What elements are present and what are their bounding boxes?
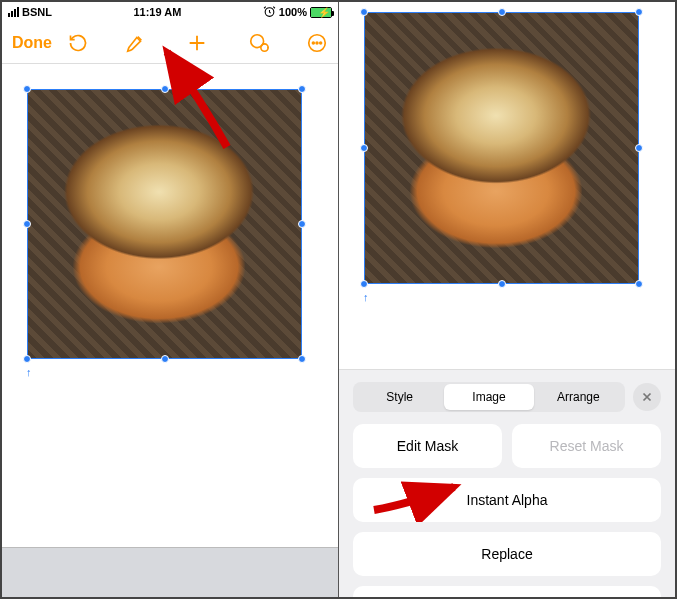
document-image[interactable]: [365, 13, 638, 283]
svg-point-5: [316, 42, 318, 44]
reset-mask-button: Reset Mask: [512, 424, 661, 468]
instant-alpha-button[interactable]: Instant Alpha: [353, 478, 661, 522]
brush-icon[interactable]: [124, 32, 146, 54]
selection-frame[interactable]: ↑: [364, 12, 639, 284]
resize-handle[interactable]: [635, 8, 643, 16]
clock: 11:19 AM: [133, 6, 181, 18]
resize-handle[interactable]: [161, 85, 169, 93]
battery-icon: ⚡: [310, 7, 332, 18]
carrier-label: BSNL: [22, 6, 52, 18]
done-button[interactable]: Done: [12, 34, 52, 52]
segmented-control[interactable]: Style Image Arrange: [353, 382, 625, 412]
plus-icon[interactable]: [186, 32, 208, 54]
resize-handle[interactable]: [23, 220, 31, 228]
alarm-icon: [263, 5, 276, 20]
edit-mask-button[interactable]: Edit Mask: [353, 424, 502, 468]
close-icon[interactable]: [633, 383, 661, 411]
resize-handle[interactable]: [360, 144, 368, 152]
resize-handle[interactable]: [161, 355, 169, 363]
format-panel: Style Image Arrange Edit Mask Reset Mask…: [339, 369, 675, 597]
resize-handle[interactable]: [23, 355, 31, 363]
status-bar: BSNL 11:19 AM 100% ⚡: [2, 2, 338, 22]
toolbar: Done: [2, 22, 338, 64]
resize-handle[interactable]: [635, 144, 643, 152]
undo-icon[interactable]: [68, 33, 88, 53]
tab-arrange[interactable]: Arrange: [534, 384, 623, 410]
tab-image[interactable]: Image: [444, 384, 533, 410]
svg-point-2: [261, 43, 268, 50]
resize-handle[interactable]: [23, 85, 31, 93]
description-button[interactable]: Description: [353, 586, 661, 599]
resize-handle[interactable]: [298, 220, 306, 228]
anchor-indicator: ↑: [363, 291, 369, 303]
resize-handle[interactable]: [498, 8, 506, 16]
keyboard-strip: [2, 547, 338, 597]
document-image[interactable]: [28, 90, 301, 358]
tab-style[interactable]: Style: [355, 384, 444, 410]
signal-icon: [8, 7, 19, 17]
resize-handle[interactable]: [360, 280, 368, 288]
replace-button[interactable]: Replace: [353, 532, 661, 576]
svg-point-4: [312, 42, 314, 44]
resize-handle[interactable]: [635, 280, 643, 288]
svg-point-6: [320, 42, 322, 44]
collab-icon[interactable]: [248, 32, 270, 54]
selection-frame[interactable]: ↑: [27, 89, 302, 359]
resize-handle[interactable]: [298, 85, 306, 93]
more-icon[interactable]: [306, 32, 328, 54]
resize-handle[interactable]: [498, 280, 506, 288]
battery-pct: 100%: [279, 6, 307, 18]
anchor-indicator: ↑: [26, 366, 32, 378]
resize-handle[interactable]: [360, 8, 368, 16]
resize-handle[interactable]: [298, 355, 306, 363]
